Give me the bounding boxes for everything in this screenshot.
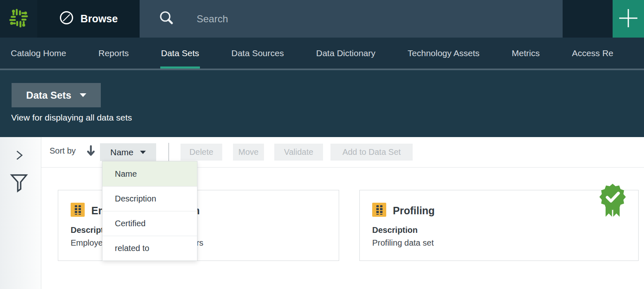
move-button[interactable]: Move [233, 144, 264, 161]
data-sets-view-dropdown[interactable]: Data Sets [12, 83, 101, 107]
validate-button[interactable]: Validate [274, 144, 323, 161]
description-label: Description [372, 225, 418, 235]
page-header: Data Sets View for displaying all data s… [0, 70, 644, 137]
filter-sidebar [0, 137, 41, 289]
add-new-button[interactable] [613, 0, 644, 38]
page-subtitle: View for displaying all data sets [11, 113, 132, 123]
search-input[interactable] [197, 13, 527, 25]
sort-field-value: Name [110, 147, 133, 157]
tab-data-sets[interactable]: Data Sets [161, 38, 199, 69]
logo-icon [7, 7, 30, 31]
tab-access-requests[interactable]: Access Re [572, 38, 613, 69]
tab-label: Catalog Home [11, 48, 66, 58]
plus-icon [618, 8, 639, 30]
expand-sidebar-button[interactable] [15, 149, 24, 163]
sort-by-label: Sort by [50, 146, 76, 156]
tab-technology-assets[interactable]: Technology Assets [408, 38, 480, 69]
data-set-card-profiling[interactable]: Profiling Description Profiling data set [359, 190, 639, 261]
menu-item-name[interactable]: Name [102, 161, 197, 186]
tab-data-dictionary[interactable]: Data Dictionary [316, 38, 375, 69]
sort-direction-icon[interactable] [86, 144, 95, 159]
certified-badge-icon [599, 183, 627, 224]
tab-label: Access Re [572, 48, 613, 58]
browse-button[interactable]: Browse [37, 0, 140, 38]
compass-icon [59, 10, 74, 28]
menu-item-related-to[interactable]: related to [102, 236, 197, 261]
tab-label: Technology Assets [408, 48, 480, 58]
search-bar[interactable] [140, 0, 563, 38]
menu-item-description[interactable]: Description [102, 186, 197, 211]
add-to-data-set-button[interactable]: Add to Data Set [330, 144, 413, 161]
data-set-card-employee-information[interactable]: Employee Information Description Employe… [58, 190, 339, 261]
topbar-spacer [563, 0, 613, 38]
tab-reports[interactable]: Reports [98, 38, 129, 69]
sort-field-menu: Name Description Certified related to [102, 161, 197, 261]
tab-label: Metrics [512, 48, 540, 58]
data-set-icon [372, 203, 386, 218]
data-set-icon [71, 203, 85, 218]
caret-down-icon [140, 151, 146, 154]
content-area: Sort by Name Delete Move Validate Add to… [0, 137, 644, 289]
tab-label: Data Sources [231, 48, 284, 58]
description-value: Profiling data set [372, 238, 434, 248]
tab-catalog-home[interactable]: Catalog Home [11, 38, 66, 69]
menu-item-certified[interactable]: Certified [102, 211, 197, 236]
tab-label: Data Dictionary [316, 48, 375, 58]
tab-label: Data Sets [161, 48, 199, 58]
tab-label: Reports [98, 48, 129, 58]
tab-data-sources[interactable]: Data Sources [231, 38, 284, 69]
search-icon [158, 9, 175, 28]
active-tab-underline [160, 66, 200, 69]
app-logo[interactable] [0, 0, 37, 38]
top-bar: Browse [0, 0, 644, 38]
catalog-nav: Catalog Home Reports Data Sets Data Sour… [0, 38, 644, 70]
tab-metrics[interactable]: Metrics [512, 38, 540, 69]
browse-label: Browse [81, 13, 118, 25]
delete-button[interactable]: Delete [181, 144, 222, 161]
page-title: Data Sets [26, 90, 71, 101]
filter-icon[interactable] [10, 173, 28, 195]
sort-field-dropdown[interactable]: Name [100, 143, 156, 161]
card-title: Profiling [393, 205, 435, 217]
toolbar-divider [169, 143, 169, 161]
caret-down-icon [80, 93, 86, 97]
